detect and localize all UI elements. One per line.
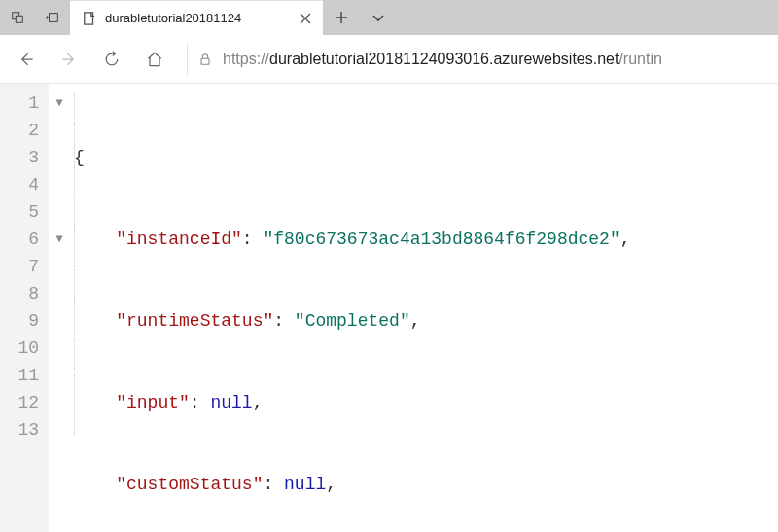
json-key: "input" <box>116 393 190 412</box>
browser-toolbar: https://durabletutorial20181124093016.az… <box>0 35 778 84</box>
tab-preview-chevron-icon[interactable] <box>360 0 397 35</box>
fold-column: ▼ ▼ <box>49 84 70 532</box>
line-number: 11 <box>6 362 39 389</box>
url-host: durabletutorial20181124093016.azurewebsi… <box>269 51 619 67</box>
json-null: null <box>210 393 252 412</box>
refresh-button[interactable] <box>93 41 130 78</box>
line-number: 3 <box>6 144 39 171</box>
svg-rect-4 <box>201 58 209 64</box>
home-button[interactable] <box>136 41 173 78</box>
lock-icon <box>197 52 213 67</box>
json-key: "instanceId" <box>116 230 242 249</box>
fold-toggle-icon[interactable]: ▼ <box>49 89 70 117</box>
line-number: 4 <box>6 171 39 198</box>
line-number: 13 <box>6 416 39 443</box>
line-number: 1 <box>6 89 39 117</box>
url-text: https://durabletutorial20181124093016.az… <box>223 51 662 68</box>
json-string: "f80c673673ac4a13bd8864f6f298dce2" <box>263 230 619 249</box>
url-scheme: https:// <box>223 51 269 67</box>
line-number: 2 <box>6 117 39 144</box>
line-number: 9 <box>6 307 39 335</box>
json-viewer: 1 2 3 4 5 6 7 8 9 10 11 12 13 ▼ ▼ { "ins… <box>0 84 778 532</box>
line-number: 7 <box>6 253 39 280</box>
line-number-gutter: 1 2 3 4 5 6 7 8 9 10 11 12 13 <box>0 84 49 532</box>
forward-button[interactable] <box>51 41 88 78</box>
window-titlebar: durabletutorial20181124 <box>0 0 778 35</box>
json-string: "Completed" <box>295 311 410 331</box>
page-favicon-icon <box>82 11 97 26</box>
tab-title: durabletutorial20181124 <box>105 11 290 25</box>
line-number: 6 <box>6 226 39 253</box>
url-path: /runtin <box>619 51 661 67</box>
back-button[interactable] <box>8 41 45 78</box>
tab-actions-icon[interactable] <box>0 0 35 35</box>
new-tab-button[interactable] <box>323 0 360 35</box>
browser-tab[interactable]: durabletutorial20181124 <box>70 0 323 35</box>
close-tab-icon[interactable] <box>298 11 313 26</box>
line-number: 12 <box>6 389 39 416</box>
address-bar[interactable]: https://durabletutorial20181124093016.az… <box>187 43 770 76</box>
json-key: "runtimeStatus" <box>116 311 273 331</box>
code-content[interactable]: { "instanceId": "f80c673673ac4a13bd8864f… <box>70 84 778 532</box>
line-number: 10 <box>6 335 39 362</box>
line-number: 8 <box>6 280 39 307</box>
svg-rect-2 <box>50 14 58 22</box>
svg-rect-1 <box>16 16 22 22</box>
set-aside-tabs-icon[interactable] <box>35 0 70 35</box>
json-null: null <box>284 475 326 494</box>
line-number: 5 <box>6 198 39 226</box>
json-key: "customStatus" <box>116 475 263 494</box>
fold-guide <box>74 93 75 435</box>
fold-toggle-icon[interactable]: ▼ <box>49 226 70 253</box>
